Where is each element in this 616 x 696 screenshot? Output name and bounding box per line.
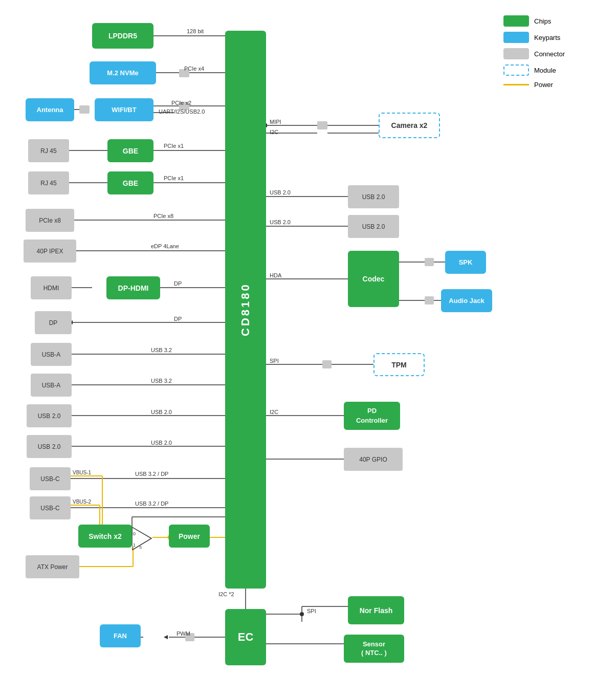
- label-pcie-x1-1: PCIe x1: [164, 143, 184, 149]
- legend-chip-box: [503, 15, 529, 27]
- nor-flash-chip: Nor Flash: [348, 596, 404, 624]
- fan-chip: FAN: [100, 624, 141, 647]
- label-pcie-x1-2: PCIe x1: [164, 175, 184, 181]
- spk-keypart: SPK: [445, 251, 486, 274]
- camera-module: Camera x2: [379, 113, 440, 138]
- label-vbus2: VBUS-2: [73, 499, 91, 505]
- hdmi-connector: HDMI: [31, 276, 72, 299]
- legend-keypart-label: Keyparts: [534, 34, 560, 41]
- label-usb32dp-1: USB 3.2 / DP: [135, 471, 168, 477]
- rj45-1: RJ 45: [28, 139, 69, 162]
- tpm-module: TPM: [373, 353, 425, 376]
- antenna-bridge: [79, 105, 90, 114]
- label-mipi: MIPI: [270, 119, 281, 125]
- audio-bridge: [425, 296, 434, 304]
- switch-x2: Switch x2: [78, 525, 132, 548]
- label-uart: UART/I2S/USB2.0: [159, 108, 205, 115]
- usb20-2: USB 2.0: [27, 435, 72, 458]
- pd-controller-chip: PD Controller: [344, 402, 400, 430]
- svg-marker-70: [164, 635, 168, 639]
- label-edp: eDP 4Lane: [151, 243, 179, 249]
- gbe2-chip: GBE: [107, 171, 153, 194]
- label-pcie-x2: PCIe x2: [171, 100, 191, 106]
- label-usb20-r1: USB 2.0: [270, 189, 291, 195]
- usba-2: USB-A: [31, 374, 72, 397]
- legend-power-line: [503, 84, 529, 85]
- label-usb32-2: USB 3.2: [151, 378, 172, 384]
- lpddr5-chip: LPDDR5: [92, 23, 153, 49]
- label-i2c-ec: I2C *2: [218, 591, 234, 597]
- label-pwm: PWM: [177, 630, 190, 637]
- usb20-1: USB 2.0: [27, 404, 72, 427]
- wifibt-chip: WIFI/BT: [95, 98, 153, 121]
- svg-text:1: 1: [133, 542, 136, 548]
- usbc-1: USB-C: [30, 467, 71, 490]
- label-hda: HDA: [270, 272, 281, 278]
- sensor-chip: Sensor ( NTC.. ): [344, 635, 404, 663]
- label-i2c-camera: I2C: [270, 129, 278, 135]
- svg-text:0: 0: [133, 531, 136, 536]
- label-i2c-pd: I2C: [270, 409, 278, 415]
- ec-chip: EC: [225, 609, 266, 665]
- label-pcie-x4: PCIe x4: [184, 66, 204, 72]
- label-usb32-1: USB 3.2: [151, 347, 172, 353]
- camera-bridge: [317, 121, 327, 129]
- dp-connector: DP: [35, 311, 72, 334]
- mux-symbol: 0 1 S: [132, 527, 152, 550]
- pcie-x8: PCIe x8: [26, 209, 74, 232]
- legend-module-label: Module: [534, 67, 556, 74]
- usb20-right-1: USB 2.0: [348, 185, 399, 208]
- legend: Chips Keyparts Connector Module Power: [503, 15, 596, 94]
- audio-jack-keypart: Audio Jack: [441, 289, 492, 312]
- rj45-2: RJ 45: [28, 171, 69, 194]
- label-spi-nor: SPI: [307, 608, 316, 614]
- dp-hdmi-chip: DP-HDMI: [106, 276, 160, 299]
- gbe1-chip: GBE: [107, 139, 153, 162]
- label-dp2: DP: [174, 316, 182, 322]
- legend-module-box: [503, 64, 529, 76]
- tpm-bridge: [322, 360, 332, 368]
- svg-point-63: [300, 612, 304, 616]
- codec-chip: Codec: [348, 251, 399, 307]
- label-usb20-1: USB 2.0: [151, 409, 172, 415]
- legend-connector-box: [503, 48, 529, 59]
- antenna-chip: Antenna: [26, 98, 74, 121]
- label-usb20-2: USB 2.0: [151, 440, 172, 446]
- legend-connector-label: Connector: [534, 50, 565, 58]
- atx-power: ATX Power: [26, 555, 79, 578]
- label-usb20-r2: USB 2.0: [270, 219, 291, 225]
- gpio-40p: 40P GPIO: [344, 448, 403, 471]
- usb20-right-2: USB 2.0: [348, 215, 399, 238]
- m2nvme-chip: M.2 NVMe: [90, 61, 156, 84]
- cpu-chip: CD8180: [225, 31, 266, 589]
- label-dp1: DP: [174, 280, 182, 287]
- label-usb32dp-2: USB 3.2 / DP: [135, 501, 168, 507]
- label-spi-tpm: SPI: [270, 358, 279, 364]
- legend-chip-label: Chips: [534, 17, 551, 25]
- usba-1: USB-A: [31, 343, 72, 366]
- label-vbus1: VBUS-1: [73, 470, 91, 475]
- usbc-2: USB-C: [30, 496, 71, 519]
- power-chip: Power: [169, 525, 210, 548]
- legend-keypart-box: [503, 32, 529, 43]
- svg-text:S: S: [139, 545, 142, 550]
- ipex-40p: 40P IPEX: [24, 240, 76, 263]
- label-pcie-x8: PCIe x8: [153, 213, 173, 219]
- legend-power-label: Power: [534, 81, 553, 89]
- label-128bit: 128 bit: [187, 28, 204, 34]
- spk-bridge: [425, 258, 434, 266]
